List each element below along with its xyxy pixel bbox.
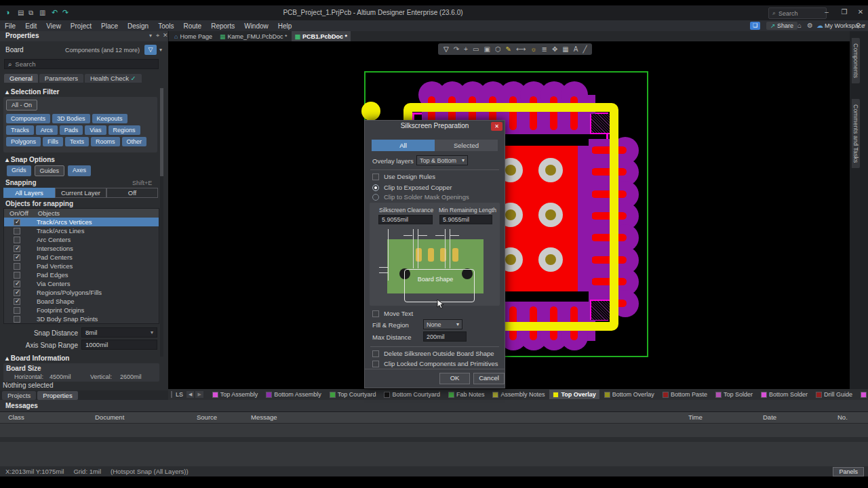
cancel-button[interactable]: Cancel [473, 373, 505, 384]
layer-tab-fab-notes[interactable]: Fab Notes [445, 390, 488, 399]
panels-button[interactable]: Panels [833, 467, 864, 476]
col-time[interactable]: Time [688, 413, 703, 421]
home-icon[interactable]: ⌂ [797, 22, 802, 29]
clip-exposed-copper-row[interactable]: Clip to Exposed Copper [372, 184, 452, 191]
overlay-layers-dropdown[interactable]: Top & Bottom ▾ [416, 155, 468, 165]
col-class[interactable]: Class [8, 413, 24, 421]
use-design-rules-checkbox[interactable] [372, 174, 379, 180]
move-text-checkbox[interactable] [372, 310, 379, 317]
dialog-tab-selected[interactable]: Selected [435, 140, 498, 151]
snap-row-board-shape[interactable]: Board Shape [4, 297, 159, 306]
tab-kame-fmu-pcbdoc[interactable]: ▦ Kame_FMU.PcbDoc * [216, 31, 291, 41]
comment-icon[interactable]: ❏ [750, 22, 760, 30]
col-document[interactable]: Document [95, 413, 124, 421]
layer-tab-top-courtyard[interactable]: Top Courtyard [326, 390, 380, 399]
origin-tool-icon[interactable]: + [464, 45, 468, 53]
snap-row-track-arcs-lines[interactable]: Track/Arcs Lines [4, 226, 159, 235]
toggle-grids[interactable]: Grids [7, 165, 31, 176]
minimize-button[interactable]: – [819, 8, 834, 16]
checkbox[interactable] [14, 263, 20, 270]
menu-design[interactable]: Design [123, 22, 153, 30]
panel-tab-projects[interactable]: Projects [2, 391, 36, 400]
polygon-tool-icon[interactable]: ⬡ [495, 45, 501, 53]
snap-row-regions-polygons-fills[interactable]: Regions/Polygons/Fills [4, 288, 159, 297]
checkbox[interactable] [14, 289, 20, 296]
dialog-close-button[interactable]: ✕ [491, 122, 502, 131]
grid-tool-icon[interactable]: ▦ [562, 45, 568, 53]
menu-help[interactable]: Help [273, 22, 297, 30]
clip-solder-mask-row[interactable]: Clip to Solder Mask Openings [372, 193, 469, 201]
board-information-header[interactable]: ▴ Board Information [5, 354, 69, 362]
layer-tab-top-assembly[interactable]: Top Assembly [209, 390, 262, 399]
menu-view[interactable]: View [41, 22, 66, 30]
menu-window[interactable]: Window [239, 22, 273, 30]
arc-tool-icon[interactable]: ↷ [454, 45, 459, 53]
user-avatar-icon[interactable]: ⚲ [856, 22, 861, 29]
silkscreen-clearance-input[interactable]: 5.9055mil [378, 215, 433, 224]
layer-tab-bottom-overlay[interactable]: Bottom Overlay [601, 390, 658, 399]
layer-tab-keep-out-layer[interactable]: Keep-Out Layer [857, 390, 868, 399]
tab-components[interactable]: Components [852, 38, 860, 83]
snap-row-intersections[interactable]: Intersections [4, 244, 159, 253]
tab-comments-and-tasks[interactable]: Comments and Tasks [852, 99, 860, 168]
menu-reports[interactable]: Reports [206, 22, 239, 30]
menu-project[interactable]: Project [66, 22, 96, 30]
clip-locked-checkbox[interactable] [372, 361, 379, 367]
fill-region-dropdown[interactable]: None ▾ [423, 319, 462, 329]
maximize-button[interactable]: ❐ [837, 8, 852, 16]
menu-place[interactable]: Place [96, 22, 123, 30]
checkbox[interactable] [14, 254, 20, 261]
tab-home-page[interactable]: ⌂ Home Page [171, 31, 216, 41]
layer-scroll-left-icon[interactable]: ◀ [186, 391, 194, 398]
snap-row-arc-centers[interactable]: Arc Centers [4, 235, 159, 244]
clip-exposed-copper-radio[interactable] [372, 184, 379, 191]
move-text-row[interactable]: Move Text [372, 310, 413, 317]
filter-arcs[interactable]: Arcs [36, 125, 58, 135]
tab-general[interactable]: General [4, 74, 38, 83]
checkbox[interactable] [14, 298, 20, 305]
filter-rooms[interactable]: Rooms [91, 137, 120, 146]
col-date[interactable]: Date [763, 413, 776, 421]
layer-tab-assembly-notes[interactable]: Assembly Notes [489, 390, 548, 399]
snap-row-footprint-origins[interactable]: Footprint Origins [4, 306, 159, 314]
checkbox[interactable] [14, 228, 20, 235]
tab-parameters[interactable]: Parameters [39, 74, 83, 83]
snap-row-track-arcs-vertices[interactable]: Track/Arcs Vertices [4, 218, 159, 226]
delete-outside-checkbox[interactable] [372, 350, 379, 357]
layer-tab-top-solder[interactable]: Top Solder [712, 390, 756, 399]
min-remaining-length-input[interactable]: 5.9055mil [439, 215, 492, 224]
move-tool-icon[interactable]: ✥ [552, 45, 557, 53]
snap-row-3d-body-snap-points[interactable]: 3D Body Snap Points [4, 314, 159, 323]
snap-mode-current-layer[interactable]: Current Layer [55, 188, 106, 198]
layer-tab-bottom-paste[interactable]: Bottom Paste [659, 390, 711, 399]
highlight-tool-icon[interactable]: ☼ [530, 45, 536, 53]
share-button[interactable]: ↗ Share [766, 22, 797, 30]
filter-caret-icon[interactable]: ▾ [159, 47, 162, 53]
gear-icon[interactable]: ⚙ [807, 22, 813, 29]
filter-polygons[interactable]: Polygons [6, 137, 41, 146]
checkbox[interactable] [14, 272, 20, 279]
measure-tool-icon[interactable]: ⟷ [516, 45, 526, 53]
snap-row-pad-vertices[interactable]: Pad Vertices [4, 262, 159, 270]
panel-scrollbar[interactable] [160, 88, 163, 357]
snap-row-via-centers[interactable]: Via Centers [4, 279, 159, 288]
axis-snap-range-input[interactable]: 1000mil [81, 340, 157, 350]
selection-filter-header[interactable]: ▴ Selection Filter [5, 88, 60, 96]
global-search-input[interactable]: ⌕ Search [768, 7, 827, 19]
snap-mode-off[interactable]: Off [106, 188, 158, 198]
component-tool-icon[interactable]: ▣ [484, 45, 490, 53]
panel-tab-properties[interactable]: Properties [37, 391, 77, 400]
delete-outside-row[interactable]: Delete Silksreen Outside Board Shape [372, 350, 494, 357]
snap-distance-dropdown[interactable]: 8mil ▾ [81, 327, 157, 338]
snap-row-pad-edges[interactable]: Pad Edges [4, 270, 159, 279]
toggle-guides[interactable]: Guides [35, 165, 65, 176]
col-source[interactable]: Source [197, 413, 217, 421]
checkbox[interactable] [14, 219, 20, 226]
layer-tab-drill-guide[interactable]: Drill Guide [812, 390, 856, 399]
clip-solder-mask-radio[interactable] [372, 194, 379, 201]
menu-route[interactable]: Route [179, 22, 207, 30]
tab-pcb1-pcbdoc[interactable]: ▦ PCB1.PcbDoc * [292, 31, 351, 41]
col-no[interactable]: No. [837, 413, 848, 421]
snap-row-pad-centers[interactable]: Pad Centers [4, 253, 159, 262]
use-design-rules-row[interactable]: Use Design Rules [372, 173, 435, 180]
